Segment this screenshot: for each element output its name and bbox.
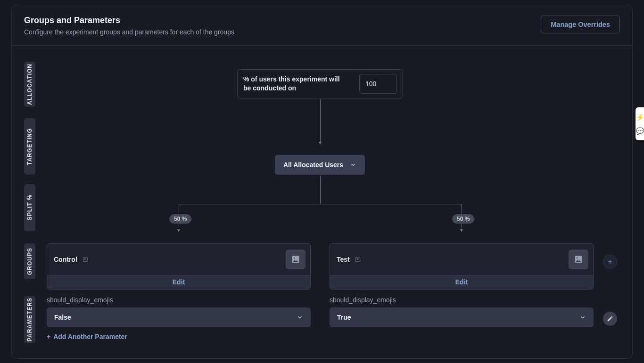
section-label-split: SPLIT % bbox=[24, 184, 35, 231]
connector-arrow bbox=[460, 229, 463, 232]
panel-title: Groups and Parameters bbox=[24, 16, 234, 25]
chat-icon: 💬 bbox=[636, 128, 644, 134]
connector-arrow bbox=[177, 229, 180, 232]
lightning-icon: ⚡ bbox=[636, 114, 644, 121]
allocation-label: % of users this experiment will be condu… bbox=[243, 75, 347, 93]
note-icon bbox=[355, 256, 361, 263]
panel-body: ALLOCATION TARGETING SPLIT % GROUPS PARA… bbox=[12, 46, 632, 356]
manage-overrides-button[interactable]: Manage Overrides bbox=[541, 16, 620, 33]
side-help-tab[interactable]: ⚡ 💬 bbox=[636, 107, 644, 140]
parameter-name-control: should_display_emojis bbox=[47, 296, 311, 304]
group-card-header: Test bbox=[330, 244, 593, 275]
edit-parameter-button[interactable] bbox=[603, 312, 617, 326]
chevron-down-icon bbox=[350, 161, 356, 168]
group-card-header: Control bbox=[47, 244, 310, 275]
panel-subtitle: Configure the experiment groups and para… bbox=[24, 28, 234, 36]
panel-header: Groups and Parameters Configure the expe… bbox=[12, 5, 632, 46]
connector-hline bbox=[179, 204, 462, 204]
group-column-control: Control Edit should_display_emojis False… bbox=[47, 243, 311, 340]
panel-header-text: Groups and Parameters Configure the expe… bbox=[24, 16, 234, 36]
pencil-icon bbox=[607, 315, 613, 322]
add-parameter-button[interactable]: + Add Another Parameter bbox=[47, 333, 127, 340]
group-card-test: Test Edit bbox=[330, 243, 594, 290]
targeting-dropdown[interactable]: All Allocated Users bbox=[275, 155, 365, 175]
allocation-input[interactable] bbox=[359, 74, 397, 94]
group-name-control: Control bbox=[54, 256, 89, 263]
connector-line bbox=[320, 99, 321, 142]
section-label-groups: GROUPS bbox=[24, 243, 35, 279]
chevron-down-icon bbox=[297, 314, 303, 321]
split-badge-right: 50 % bbox=[452, 214, 474, 224]
parameter-name-test: should_display_emojis bbox=[330, 296, 594, 304]
connector-arrow bbox=[319, 142, 322, 145]
parameter-value-select-control[interactable]: False bbox=[47, 307, 311, 327]
split-badge-left: 50 % bbox=[169, 214, 191, 224]
group-edit-button-test[interactable]: Edit bbox=[330, 275, 593, 289]
svg-rect-0 bbox=[83, 257, 87, 261]
parameter-value-select-test[interactable]: True bbox=[330, 307, 594, 327]
plus-icon: + bbox=[47, 333, 50, 340]
group-image-button-control[interactable] bbox=[286, 250, 305, 269]
note-icon bbox=[82, 256, 89, 263]
image-icon bbox=[574, 255, 583, 264]
image-icon bbox=[291, 255, 300, 264]
group-edit-button-control[interactable]: Edit bbox=[47, 275, 310, 289]
group-card-control: Control Edit bbox=[47, 243, 311, 290]
allocation-box: % of users this experiment will be condu… bbox=[237, 69, 403, 98]
group-name-test: Test bbox=[337, 256, 361, 263]
chevron-down-icon bbox=[579, 314, 586, 321]
groups-and-parameters-panel: Groups and Parameters Configure the expe… bbox=[11, 5, 633, 359]
group-image-button-test[interactable] bbox=[569, 250, 588, 269]
plus-icon bbox=[607, 258, 613, 265]
targeting-selected: All Allocated Users bbox=[283, 161, 343, 169]
section-label-allocation: ALLOCATION bbox=[24, 62, 35, 107]
add-group-button[interactable] bbox=[603, 255, 617, 269]
group-column-test: Test Edit should_display_emojis True bbox=[330, 243, 594, 327]
connector-line bbox=[320, 176, 321, 204]
section-label-targeting: TARGETING bbox=[24, 118, 35, 175]
section-label-parameters: PARAMETERS bbox=[24, 296, 35, 343]
svg-rect-3 bbox=[355, 257, 360, 261]
